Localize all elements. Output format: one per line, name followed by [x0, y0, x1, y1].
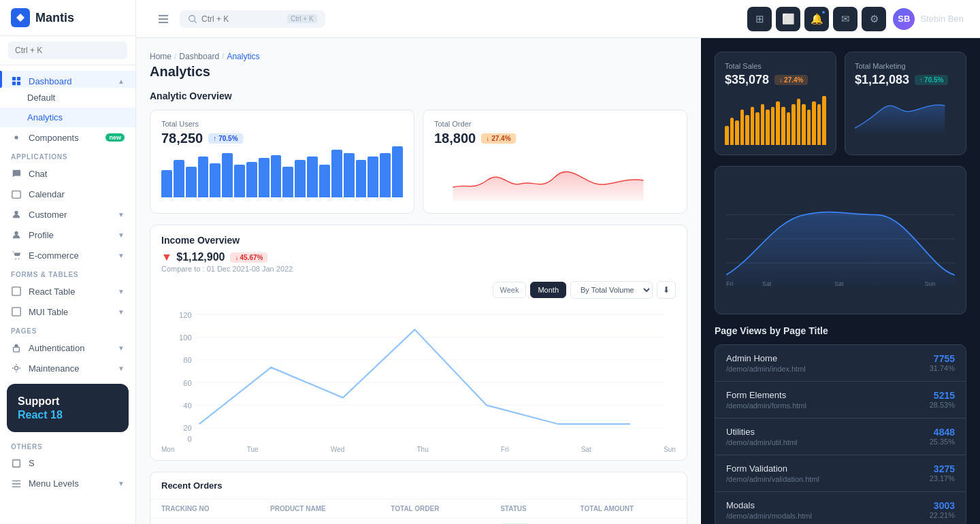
mui-table-icon: [11, 306, 22, 317]
week-btn[interactable]: Week: [493, 282, 527, 298]
total-order-card: Total Order 18,800 ↓ 27.4%: [423, 110, 687, 214]
sidebar-item-sample[interactable]: S: [0, 453, 135, 474]
bar: [344, 153, 355, 197]
total-marketing-card: Total Marketing $1,12,083 ↑ 70.5%: [845, 52, 966, 155]
sidebar-item-maintenance[interactable]: Maintenance ▼: [0, 358, 135, 378]
global-search-input[interactable]: [201, 14, 283, 24]
sidebar-item-authentication[interactable]: Authentication ▼: [0, 338, 135, 358]
sidebar-item-customer[interactable]: Customer ▼: [0, 204, 135, 225]
dashboard-chevron: ▲: [118, 78, 125, 85]
sidebar-item-profile[interactable]: Profile ▼: [0, 225, 135, 245]
sidebar-item-ecommerce[interactable]: E-commerce ▼: [0, 245, 135, 265]
apps-section-label: Applications: [0, 148, 135, 163]
bar: [356, 160, 367, 197]
search-box: Ctrl + K: [180, 10, 325, 28]
sidebar-item-components[interactable]: Components new: [0, 127, 135, 148]
svg-rect-11: [12, 308, 20, 316]
recent-orders-title: Recent Orders: [150, 472, 687, 500]
svg-point-8: [15, 258, 16, 259]
total-users-chart: [161, 146, 403, 197]
default-label: Default: [27, 93, 55, 103]
auth-chevron: ▼: [118, 344, 125, 352]
bar: [735, 120, 739, 145]
total-order-badge: ↓ 27.4%: [481, 133, 515, 144]
breadcrumb: Home / Dashboard / Analytics: [150, 52, 687, 61]
download-btn[interactable]: ⬇: [657, 281, 676, 299]
bar: [319, 165, 330, 197]
maintenance-icon: [11, 363, 22, 374]
bar: [222, 153, 233, 197]
sample-icon: [11, 458, 22, 469]
settings-icon-btn[interactable]: ⚙: [862, 7, 886, 31]
hamburger-button[interactable]: [152, 8, 174, 30]
bar: [745, 115, 749, 145]
svg-point-4: [14, 135, 18, 139]
income-title: Income Overview: [161, 235, 676, 246]
components-icon: [11, 132, 22, 143]
bar: [730, 118, 734, 145]
bar: [751, 107, 755, 145]
sidebar-item-menu-levels[interactable]: Menu Levels ▼: [0, 474, 135, 494]
income-controls: Week Month By Total Volume ⬇: [150, 281, 687, 307]
grid-icon-btn[interactable]: ⊞: [747, 7, 772, 31]
sidebar-item-default[interactable]: Default: [0, 88, 135, 108]
total-sales-card: Total Sales $35,078 ↓ 27.4%: [715, 52, 836, 155]
calendar-label: Calendar: [29, 189, 65, 199]
pv-item-3: Form Validation /demo/admin/validation.h…: [715, 455, 966, 492]
content-area: Home / Dashboard / Analytics Analytics A…: [136, 38, 980, 524]
col-amount: TOTAL AMOUNT: [570, 500, 687, 519]
svg-text:40: 40: [183, 402, 191, 410]
total-order-label: Total Order: [434, 120, 676, 128]
support-highlight: React 18: [18, 409, 118, 421]
bar: [174, 160, 184, 197]
bar: [368, 157, 378, 197]
dashboard-label: Dashboard: [29, 76, 72, 86]
sidebar-logo: Mantis: [0, 0, 135, 36]
maintenance-label: Maintenance: [29, 363, 79, 374]
components-badge: new: [105, 133, 125, 142]
pv-item-0: Admin Home /demo/admin/index.html 7755 3…: [715, 345, 966, 382]
search-input[interactable]: [8, 42, 127, 59]
sidebar-item-dashboard[interactable]: Dashboard ▲: [0, 71, 135, 88]
total-users-badge: ↑ 70.5%: [208, 133, 242, 144]
svg-text:20: 20: [183, 424, 191, 432]
bar: [822, 96, 826, 145]
bc-dashboard[interactable]: Dashboard: [179, 52, 219, 61]
bar: [161, 170, 172, 197]
bar: [186, 167, 197, 197]
search-icon: [188, 14, 197, 24]
svg-text:80: 80: [183, 356, 191, 364]
customer-icon: [11, 209, 22, 220]
search-shortcut: Ctrl + K: [287, 14, 317, 23]
forms-section-label: Forms & Tables: [0, 265, 135, 281]
volume-select[interactable]: By Total Volume: [570, 281, 653, 299]
bar: [234, 165, 245, 197]
page-views-title: Page Views by Page Title: [715, 325, 966, 336]
total-sales-badge: ↓ 27.4%: [774, 75, 808, 85]
sidebar-item-calendar[interactable]: Calendar: [0, 184, 135, 204]
user-menu[interactable]: SB Stebin Ben: [893, 8, 964, 30]
svg-text:60: 60: [183, 379, 191, 387]
sidebar-item-chat[interactable]: Chat: [0, 163, 135, 184]
sidebar-item-analytics[interactable]: Analytics: [0, 108, 135, 127]
analytic-overview-title: Analytic Overview: [150, 91, 687, 101]
sidebar-item-mui-table[interactable]: MUI Table ▼: [0, 301, 135, 322]
svg-text:Sun: Sun: [925, 280, 936, 287]
bell-icon-btn[interactable]: 🔔: [804, 7, 829, 31]
monitor-icon-btn[interactable]: ⬜: [776, 7, 800, 31]
month-btn[interactable]: Month: [530, 282, 566, 298]
react-table-label: React Table: [29, 286, 75, 297]
total-order-value: 18,800 ↓ 27.4%: [434, 131, 676, 146]
dark-panel: Total Sales $35,078 ↓ 27.4% Total Market: [701, 38, 980, 524]
bar: [282, 167, 293, 197]
dark-income-chart: Fri Sat Sat Sun: [715, 166, 966, 314]
sidebar-item-react-table[interactable]: React Table ▼: [0, 281, 135, 301]
support-banner[interactable]: Support React 18: [7, 384, 129, 432]
bar: [307, 157, 318, 197]
avatar: SB: [893, 8, 915, 30]
bar: [725, 126, 729, 145]
svg-point-6: [14, 211, 18, 214]
ecommerce-icon: [11, 250, 22, 261]
bc-home[interactable]: Home: [150, 52, 172, 61]
mail-icon-btn[interactable]: ✉: [833, 7, 858, 31]
